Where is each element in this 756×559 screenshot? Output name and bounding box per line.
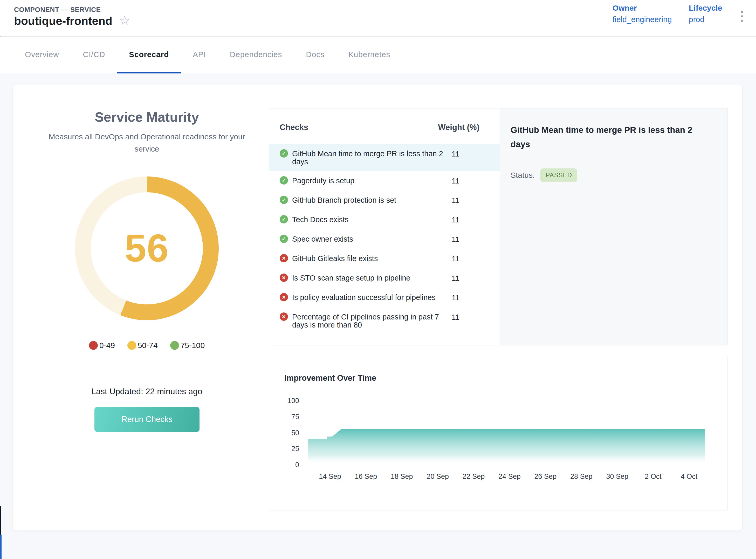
lifecycle-meta: Lifecycle prod xyxy=(689,4,722,24)
y-axis-tick: 50 xyxy=(280,429,299,437)
x-axis-tick: 24 Sep xyxy=(498,473,521,480)
maturity-subtitle: Measures all DevOps and Operational read… xyxy=(35,131,258,155)
status-badge: PASSED xyxy=(541,169,577,182)
lifecycle-value: prod xyxy=(689,15,722,24)
check-label: Spec owner exists xyxy=(292,234,452,243)
check-detail-panel: GitHub Mean time to merge PR is less tha… xyxy=(500,109,728,345)
check-row[interactable]: ✓Spec owner exists11 xyxy=(269,229,500,249)
check-weight: 11 xyxy=(452,196,479,205)
kebab-menu-icon[interactable] xyxy=(739,9,745,24)
legend-dot xyxy=(89,341,98,350)
maturity-score-value: 56 xyxy=(125,226,169,271)
check-row[interactable]: ✕Is STO scan stage setup in pipeline11 xyxy=(269,268,500,288)
x-axis-tick: 28 Sep xyxy=(570,473,593,480)
tab-kubernetes[interactable]: Kubernetes xyxy=(337,37,402,73)
legend-item-75-100: 75-100 xyxy=(170,341,205,350)
check-row[interactable]: ✕GitHub Gitleaks file exists11 xyxy=(269,249,500,268)
check-detail-title: GitHub Mean time to merge PR is less tha… xyxy=(510,123,712,151)
check-failed-icon: ✕ xyxy=(280,293,288,301)
check-row[interactable]: ✕Is policy evaluation successful for pip… xyxy=(269,288,500,307)
tab-bar: OverviewCI/CDScorecardAPIDependenciesDoc… xyxy=(0,37,756,73)
legend-dot xyxy=(128,341,136,350)
rerun-checks-button[interactable]: Rerun Checks xyxy=(94,407,200,432)
donut-hole: 56 xyxy=(91,192,203,305)
check-weight: 11 xyxy=(452,149,479,158)
app-edge-blue-bottom xyxy=(0,535,2,559)
checks-panel: Checks Weight (%) ✓GitHub Mean time to m… xyxy=(269,109,500,345)
tab-scorecard[interactable]: Scorecard xyxy=(117,37,181,73)
breadcrumb: COMPONENT — SERVICE xyxy=(14,6,101,14)
check-label: GitHub Gitleaks file exists xyxy=(292,254,452,263)
check-passed-icon: ✓ xyxy=(280,176,288,184)
check-weight: 11 xyxy=(452,215,479,224)
legend-label: 50-74 xyxy=(138,341,158,350)
x-axis-tick: 16 Sep xyxy=(355,473,377,480)
check-row[interactable]: ✕Percentage of CI pipelines passing in p… xyxy=(269,307,500,334)
check-label: Pagerduty is setup xyxy=(292,176,452,185)
last-updated-text: Last Updated: 22 minutes ago xyxy=(35,387,258,396)
tab-api[interactable]: API xyxy=(181,37,218,73)
maturity-title: Service Maturity xyxy=(35,109,258,125)
status-label: Status: xyxy=(510,171,535,180)
tab-docs[interactable]: Docs xyxy=(294,37,337,73)
x-axis-tick: 18 Sep xyxy=(391,473,413,480)
page-header: COMPONENT — SERVICE boutique-frontend ☆ … xyxy=(0,0,756,37)
y-axis-tick: 100 xyxy=(280,397,299,405)
check-failed-icon: ✕ xyxy=(280,254,288,262)
check-label: Tech Docs exists xyxy=(292,215,452,224)
check-label: GitHub Branch protection is set xyxy=(292,196,452,204)
chart-title: Improvement Over Time xyxy=(284,374,376,383)
check-label: GitHub Mean time to merge PR is less tha… xyxy=(292,149,452,166)
score-legend: 0-4950-7475-100 xyxy=(35,341,258,350)
improvement-chart-box: Improvement Over Time 1007550250 14 Sep1… xyxy=(269,357,728,511)
scorecard-card: Service Maturity Measures all DevOps and… xyxy=(13,85,742,531)
tab-dependencies[interactable]: Dependencies xyxy=(218,37,294,73)
check-label: Percentage of CI pipelines passing in pa… xyxy=(292,312,452,329)
check-passed-icon: ✓ xyxy=(280,149,288,158)
y-axis-tick: 0 xyxy=(280,461,299,469)
check-row[interactable]: ✓GitHub Branch protection is set11 xyxy=(269,191,500,210)
legend-label: 75-100 xyxy=(181,341,205,350)
owner-label: Owner xyxy=(613,4,672,13)
lifecycle-label: Lifecycle xyxy=(689,4,722,13)
checks-column-header: Checks xyxy=(280,123,438,132)
y-axis-tick: 75 xyxy=(280,412,299,421)
check-row[interactable]: ✓Tech Docs exists11 xyxy=(269,210,500,229)
check-failed-icon: ✕ xyxy=(280,273,288,282)
check-row[interactable]: ✓GitHub Mean time to merge PR is less th… xyxy=(269,144,500,171)
legend-label: 0-49 xyxy=(99,341,115,350)
x-axis-tick: 20 Sep xyxy=(427,473,449,480)
check-failed-icon: ✕ xyxy=(280,312,288,321)
page-title: boutique-frontend xyxy=(14,15,112,27)
check-weight: 11 xyxy=(452,312,479,321)
check-weight: 11 xyxy=(452,293,479,302)
check-row[interactable]: ✓Pagerduty is setup11 xyxy=(269,171,500,191)
checks-box: Checks Weight (%) ✓GitHub Mean time to m… xyxy=(269,108,728,345)
tab-overview[interactable]: Overview xyxy=(13,37,71,73)
y-axis-tick: 25 xyxy=(280,445,299,453)
legend-item-0-49: 0-49 xyxy=(89,341,115,350)
tab-ci-cd[interactable]: CI/CD xyxy=(71,37,117,73)
x-axis-tick: 2 Oct xyxy=(645,473,662,480)
legend-dot xyxy=(170,341,179,350)
check-weight: 11 xyxy=(452,234,479,244)
x-axis-tick: 4 Oct xyxy=(681,473,697,480)
owner-value[interactable]: field_engineering xyxy=(613,15,672,24)
check-label: Is STO scan stage setup in pipeline xyxy=(292,273,452,282)
app-edge-dark-bottom xyxy=(0,506,1,535)
x-axis-tick: 22 Sep xyxy=(463,473,485,480)
x-axis-tick: 14 Sep xyxy=(319,473,341,480)
check-weight: 11 xyxy=(452,176,479,185)
legend-item-50-74: 50-74 xyxy=(128,341,158,350)
favorite-star-icon[interactable]: ☆ xyxy=(119,14,130,27)
check-passed-icon: ✓ xyxy=(280,234,288,243)
x-axis-tick: 30 Sep xyxy=(606,473,628,480)
check-weight: 11 xyxy=(452,273,479,283)
weight-column-header: Weight (%) xyxy=(438,123,479,132)
owner-meta: Owner field_engineering xyxy=(613,4,672,24)
maturity-score-donut: 56 xyxy=(75,177,219,320)
check-label: Is policy evaluation successful for pipe… xyxy=(292,293,452,301)
check-passed-icon: ✓ xyxy=(280,196,288,204)
check-weight: 11 xyxy=(452,254,479,263)
check-passed-icon: ✓ xyxy=(280,215,288,223)
